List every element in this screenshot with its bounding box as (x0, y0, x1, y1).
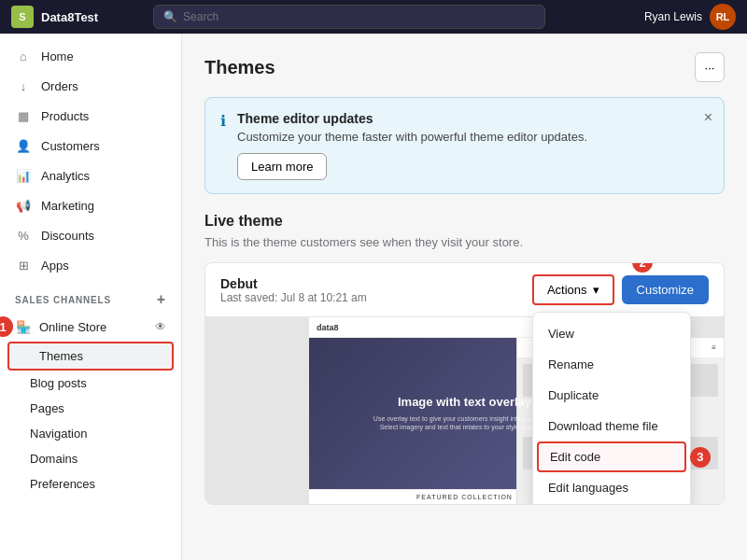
sidebar-nav: ⌂ Home ↓ Orders ▦ Products 👤 Customers 📊… (0, 34, 181, 504)
sidebar-item-products[interactable]: ▦ Products (0, 101, 181, 131)
sidebar-item-home[interactable]: ⌂ Home (0, 41, 181, 71)
banner-title: Theme editor updates (237, 111, 709, 126)
customize-button[interactable]: Customize (622, 275, 709, 304)
search-bar[interactable]: 🔍 (153, 5, 545, 29)
apps-icon: ⊞ (15, 257, 32, 273)
search-icon: 🔍 (163, 10, 177, 23)
dropdown-rename[interactable]: Rename (533, 349, 690, 380)
logo-icon: S (11, 6, 34, 28)
dropdown-edit-code[interactable]: 3 Edit code (537, 441, 686, 472)
annotation-3: 3 (690, 447, 711, 468)
sidebar-themes-label: Themes (39, 349, 83, 363)
sidebar-label-analytics: Analytics (41, 169, 90, 183)
banner-content: Theme editor updates Customize your them… (237, 111, 709, 180)
online-store-row[interactable]: 🏪 Online Store 1 👁 (0, 312, 181, 342)
annotation-1: 1 (0, 316, 13, 337)
info-icon: ℹ (220, 112, 226, 130)
sidebar-item-blog-posts[interactable]: Blog posts (0, 371, 181, 396)
sidebar-label-customers: Customers (41, 139, 100, 153)
dropdown-edit-languages[interactable]: Edit languages (533, 472, 690, 503)
analytics-icon: 📊 (15, 167, 32, 184)
pages-label: Pages (30, 401, 64, 415)
chevron-down-icon: ▾ (593, 283, 599, 297)
domains-label: Domains (30, 452, 78, 466)
sidebar-item-orders[interactable]: ↓ Orders (0, 71, 181, 101)
sidebar-item-analytics[interactable]: 📊 Analytics (0, 161, 181, 190)
discounts-icon: % (15, 227, 32, 244)
search-input[interactable] (183, 10, 535, 23)
sales-channels-title: SALES CHANNELS + (0, 280, 181, 312)
store-icon: 🏪 (15, 318, 32, 335)
sidebar-item-preferences[interactable]: Preferences (0, 471, 181, 497)
theme-card: Debut Last saved: Jul 8 at 10:21 am 2 Ac… (204, 262, 725, 505)
sidebar-item-navigation[interactable]: Navigation (0, 421, 181, 446)
add-channel-icon[interactable]: + (157, 291, 166, 308)
theme-info: Debut Last saved: Jul 8 at 10:21 am (220, 276, 367, 304)
store-logo[interactable]: S Data8Test (11, 6, 98, 28)
sidebar-item-pages[interactable]: Pages (0, 396, 181, 421)
preview-hero-text: Image with text overlay Use overlay text… (372, 395, 558, 431)
more-icon: ··· (704, 61, 714, 75)
dropdown-duplicate[interactable]: Duplicate (533, 380, 690, 411)
layout: ⌂ Home ↓ Orders ▦ Products 👤 Customers 📊… (0, 34, 747, 560)
store-name: Data8Test (41, 10, 98, 24)
orders-icon: ↓ (15, 77, 32, 94)
sidebar-item-apps[interactable]: ⊞ Apps (0, 250, 181, 280)
page-title: Themes (204, 57, 275, 78)
more-options-button[interactable]: ··· (695, 52, 725, 82)
theme-update-banner: ℹ Theme editor updates Customize your th… (204, 97, 725, 194)
theme-saved: Last saved: Jul 8 at 10:21 am (220, 291, 367, 304)
actions-dropdown: View Rename Duplicate Download theme fil… (532, 312, 691, 505)
actions-label: Actions (547, 283, 587, 297)
online-store-label: Online Store (39, 320, 148, 334)
customers-icon: 👤 (15, 137, 32, 154)
sidebar-label-orders: Orders (41, 79, 78, 93)
sidebar: ⌂ Home ↓ Orders ▦ Products 👤 Customers 📊… (0, 34, 182, 560)
sidebar-item-customers[interactable]: 👤 Customers (0, 131, 181, 161)
preview-logo: data8 (317, 323, 339, 332)
page-header: Themes ··· (204, 52, 725, 82)
user-avatar[interactable]: RL (710, 4, 736, 30)
main-content: Themes ··· ℹ Theme editor updates Custom… (182, 34, 747, 560)
learn-more-button[interactable]: Learn more (237, 153, 327, 180)
sidebar-label-marketing: Marketing (41, 199, 94, 213)
actions-button[interactable]: Actions ▾ (532, 274, 614, 305)
user-initials: RL (716, 11, 730, 22)
products-icon: ▦ (15, 107, 32, 124)
eye-icon[interactable]: 👁 (155, 320, 166, 333)
sidebar-item-themes[interactable]: Themes (7, 342, 174, 371)
sidebar-label-home: Home (41, 49, 74, 63)
marketing-icon: 📢 (15, 197, 32, 214)
dropdown-download[interactable]: Download theme file (533, 411, 690, 441)
sidebar-item-domains[interactable]: Domains (0, 446, 181, 471)
user-name: Ryan Lewis (644, 10, 702, 23)
sidebar-label-products: Products (41, 109, 89, 123)
banner-close-button[interactable]: × (704, 109, 712, 126)
navigation-label: Navigation (30, 427, 87, 441)
theme-card-header: Debut Last saved: Jul 8 at 10:21 am 2 Ac… (205, 263, 724, 317)
live-theme-section-title: Live theme (204, 213, 725, 230)
preferences-label: Preferences (30, 477, 95, 491)
sidebar-label-discounts: Discounts (41, 229, 94, 243)
preview-hero-title: Image with text overlay (372, 395, 558, 411)
sidebar-item-marketing[interactable]: 📢 Marketing (0, 190, 181, 220)
banner-description: Customize your theme faster with powerfu… (237, 130, 709, 144)
edit-code-label: Edit code (550, 450, 600, 464)
live-theme-desc: This is the theme customers see when the… (204, 235, 725, 249)
home-icon: ⌂ (15, 48, 32, 64)
topbar: S Data8Test 🔍 Ryan Lewis RL (0, 0, 747, 34)
sidebar-item-discounts[interactable]: % Discounts (0, 220, 181, 250)
preview-hero-subtitle: Use overlay text to give your customers … (372, 414, 558, 431)
blog-posts-label: Blog posts (30, 376, 87, 390)
dropdown-view[interactable]: View (533, 318, 690, 349)
theme-actions: 2 Actions ▾ Customize View Rename Duplic… (532, 274, 709, 305)
annotation-2: 2 (632, 262, 653, 273)
sidebar-label-apps: Apps (41, 259, 69, 273)
theme-name: Debut (220, 276, 367, 291)
